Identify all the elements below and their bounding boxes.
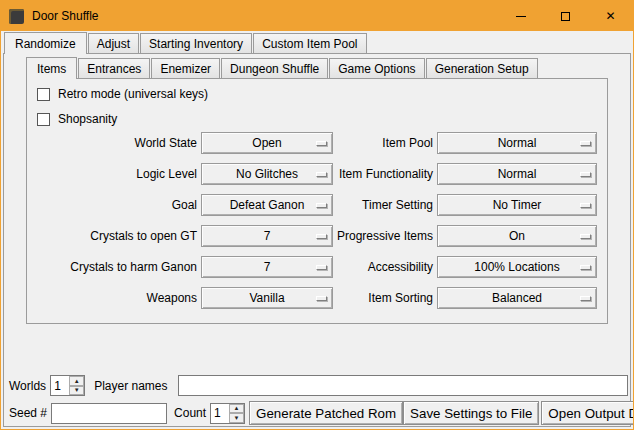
count-value-input[interactable] <box>211 404 229 423</box>
maximize-button[interactable] <box>543 1 588 31</box>
weapons-dropdown[interactable]: Vanilla <box>201 287 333 309</box>
timer-setting-dropdown[interactable]: No Timer <box>437 194 597 216</box>
logic-level-dropdown[interactable]: No Glitches <box>201 163 333 185</box>
count-label: Count <box>174 406 206 420</box>
dropdown-indicator-icon <box>580 172 591 177</box>
dropdown-indicator-icon <box>580 141 591 146</box>
tab-starting-inventory[interactable]: Starting Inventory <box>140 33 252 53</box>
timer-setting-label: Timer Setting <box>333 198 433 212</box>
item-sorting-dropdown[interactable]: Balanced <box>437 287 597 309</box>
titlebar[interactable]: Door Shuffle ✕ <box>1 1 633 31</box>
minimize-button[interactable] <box>498 1 543 31</box>
tab-generation-setup[interactable]: Generation Setup <box>426 58 538 78</box>
app-icon <box>9 9 24 24</box>
tab-custom-item-pool[interactable]: Custom Item Pool <box>253 33 366 53</box>
accessibility-label: Accessibility <box>333 260 433 274</box>
seed-input[interactable] <box>51 403 167 424</box>
window-controls: ✕ <box>498 1 633 31</box>
dropdown-indicator-icon <box>316 234 327 239</box>
main-tabbar: Randomize Adjust Starting Inventory Cust… <box>4 32 368 54</box>
retro-mode-checkbox-row[interactable]: Retro mode (universal keys) <box>37 86 208 102</box>
tab-entrances[interactable]: Entrances <box>78 58 150 78</box>
generate-patched-rom-button[interactable]: Generate Patched Rom <box>249 401 403 425</box>
dropdown-indicator-icon <box>316 172 327 177</box>
spin-down-icon[interactable]: ▼ <box>69 386 84 396</box>
close-button[interactable]: ✕ <box>588 1 633 31</box>
tab-dungeon-shuffle[interactable]: Dungeon Shuffle <box>221 58 328 78</box>
crystals-open-gt-dropdown[interactable]: 7 <box>201 225 333 247</box>
crystals-harm-ganon-label: Crystals to harm Ganon <box>36 260 197 274</box>
open-output-directory-button[interactable]: Open Output Directory <box>541 401 634 425</box>
dropdown-indicator-icon <box>316 296 327 301</box>
dropdown-indicator-icon <box>580 296 591 301</box>
world-state-dropdown[interactable]: Open <box>201 132 333 154</box>
spin-down-icon[interactable]: ▼ <box>229 413 244 423</box>
worlds-value-input[interactable] <box>51 376 69 395</box>
worlds-label: Worlds <box>9 379 46 393</box>
tab-items[interactable]: Items <box>26 57 77 79</box>
dropdown-indicator-icon <box>316 203 327 208</box>
item-pool-dropdown[interactable]: Normal <box>437 132 597 154</box>
shopsanity-checkbox[interactable] <box>37 113 50 126</box>
window-title: Door Shuffle <box>32 9 99 23</box>
spin-up-icon[interactable]: ▲ <box>229 404 244 414</box>
dropdown-indicator-icon <box>316 265 327 270</box>
save-settings-button[interactable]: Save Settings to File <box>403 401 539 425</box>
seed-label: Seed # <box>9 406 47 420</box>
tab-adjust[interactable]: Adjust <box>88 33 139 53</box>
progressive-items-label: Progressive Items <box>333 229 433 243</box>
item-functionality-label: Item Functionality <box>333 167 433 181</box>
maximize-icon <box>561 12 570 21</box>
crystals-harm-ganon-dropdown[interactable]: 7 <box>201 256 333 278</box>
accessibility-dropdown[interactable]: 100% Locations <box>437 256 597 278</box>
tab-randomize[interactable]: Randomize <box>4 32 87 54</box>
count-spinner[interactable]: ▲ ▼ <box>210 403 245 424</box>
tab-game-options[interactable]: Game Options <box>329 58 424 78</box>
minimize-icon <box>516 16 526 17</box>
player-names-input[interactable] <box>178 375 629 396</box>
player-names-label: Player names <box>94 379 167 393</box>
sub-tabbar: Items Entrances Enemizer Dungeon Shuffle… <box>26 57 539 79</box>
logic-level-label: Logic Level <box>36 167 197 181</box>
item-sorting-label: Item Sorting <box>333 291 433 305</box>
crystals-open-gt-label: Crystals to open GT <box>36 229 197 243</box>
goal-dropdown[interactable]: Defeat Ganon <box>201 194 333 216</box>
tab-enemizer[interactable]: Enemizer <box>151 58 220 78</box>
retro-mode-label: Retro mode (universal keys) <box>58 87 208 101</box>
goal-label: Goal <box>36 198 197 212</box>
dropdown-indicator-icon <box>580 265 591 270</box>
weapons-label: Weapons <box>36 291 197 305</box>
item-functionality-dropdown[interactable]: Normal <box>437 163 597 185</box>
shopsanity-checkbox-row[interactable]: Shopsanity <box>37 111 117 127</box>
dropdown-indicator-icon <box>580 234 591 239</box>
door-shuffle-window: Door Shuffle ✕ Randomize Adjust Starting… <box>0 0 634 430</box>
spin-up-icon[interactable]: ▲ <box>69 376 84 386</box>
world-state-label: World State <box>36 136 197 150</box>
dropdown-indicator-icon <box>580 203 591 208</box>
dropdown-indicator-icon <box>316 141 327 146</box>
close-icon: ✕ <box>605 10 615 22</box>
worlds-spinner[interactable]: ▲ ▼ <box>50 375 85 396</box>
retro-mode-checkbox[interactable] <box>37 88 50 101</box>
item-pool-label: Item Pool <box>333 136 433 150</box>
progressive-items-dropdown[interactable]: On <box>437 225 597 247</box>
shopsanity-label: Shopsanity <box>58 112 117 126</box>
